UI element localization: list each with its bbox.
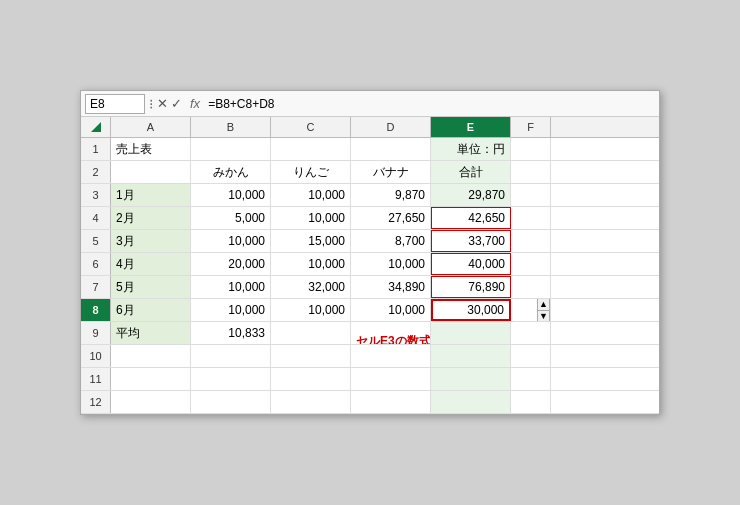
cell-d6[interactable]: 10,000 bbox=[351, 253, 431, 275]
cell-f5[interactable] bbox=[511, 230, 551, 252]
cell-b12[interactable] bbox=[191, 391, 271, 413]
cell-b6[interactable]: 20,000 bbox=[191, 253, 271, 275]
cell-d5[interactable]: 8,700 bbox=[351, 230, 431, 252]
scrollbar-mini[interactable]: ▲ ▼ bbox=[537, 299, 550, 321]
col-header-d[interactable]: D bbox=[351, 117, 431, 137]
cell-d4[interactable]: 27,650 bbox=[351, 207, 431, 229]
cell-b3[interactable]: 10,000 bbox=[191, 184, 271, 206]
cell-f3[interactable] bbox=[511, 184, 551, 206]
cell-a9[interactable]: 平均 bbox=[111, 322, 191, 344]
cell-c8[interactable]: 10,000 bbox=[271, 299, 351, 321]
cell-e4[interactable]: 42,650 bbox=[431, 207, 511, 229]
row-header-12[interactable]: 12 bbox=[81, 391, 111, 413]
cell-c5[interactable]: 15,000 bbox=[271, 230, 351, 252]
cell-b9[interactable]: 10,833 bbox=[191, 322, 271, 344]
col-header-a[interactable]: A bbox=[111, 117, 191, 137]
cell-b8[interactable]: 10,000 bbox=[191, 299, 271, 321]
cell-a4[interactable]: 2月 bbox=[111, 207, 191, 229]
formula-input[interactable]: =B8+C8+D8 bbox=[208, 97, 655, 111]
row-header-4[interactable]: 4 bbox=[81, 207, 111, 229]
row-header-5[interactable]: 5 bbox=[81, 230, 111, 252]
cell-a3[interactable]: 1月 bbox=[111, 184, 191, 206]
cell-e2[interactable]: 合計 bbox=[431, 161, 511, 183]
cell-d11[interactable] bbox=[351, 368, 431, 390]
cell-f6[interactable] bbox=[511, 253, 551, 275]
cell-d1[interactable] bbox=[351, 138, 431, 160]
scroll-up-icon[interactable]: ▲ bbox=[538, 299, 549, 311]
cell-b10[interactable] bbox=[191, 345, 271, 367]
cell-d12[interactable] bbox=[351, 391, 431, 413]
cell-e12[interactable] bbox=[431, 391, 511, 413]
cell-e7[interactable]: 76,890 bbox=[431, 276, 511, 298]
cell-f11[interactable] bbox=[511, 368, 551, 390]
cell-reference-box[interactable]: E8 bbox=[85, 94, 145, 114]
cell-b11[interactable] bbox=[191, 368, 271, 390]
row-header-1[interactable]: 1 bbox=[81, 138, 111, 160]
cell-a5[interactable]: 3月 bbox=[111, 230, 191, 252]
cell-a7[interactable]: 5月 bbox=[111, 276, 191, 298]
row-header-10[interactable]: 10 bbox=[81, 345, 111, 367]
cell-a6[interactable]: 4月 bbox=[111, 253, 191, 275]
col-header-e[interactable]: E bbox=[431, 117, 511, 137]
cell-c11[interactable] bbox=[271, 368, 351, 390]
row-header-8[interactable]: 8 bbox=[81, 299, 111, 321]
cell-c6[interactable]: 10,000 bbox=[271, 253, 351, 275]
cell-f7[interactable] bbox=[511, 276, 551, 298]
cell-e9[interactable] bbox=[431, 322, 511, 344]
row-header-9[interactable]: 9 bbox=[81, 322, 111, 344]
cell-a2[interactable] bbox=[111, 161, 191, 183]
cell-f8[interactable]: ▲ ▼ bbox=[511, 299, 551, 321]
cell-c12[interactable] bbox=[271, 391, 351, 413]
corner-cell[interactable] bbox=[81, 117, 111, 137]
col-header-c[interactable]: C bbox=[271, 117, 351, 137]
cell-d2[interactable]: バナナ bbox=[351, 161, 431, 183]
cell-f12[interactable] bbox=[511, 391, 551, 413]
cell-b4[interactable]: 5,000 bbox=[191, 207, 271, 229]
cell-c10[interactable] bbox=[271, 345, 351, 367]
col-header-b[interactable]: B bbox=[191, 117, 271, 137]
cell-f1[interactable] bbox=[511, 138, 551, 160]
row-header-2[interactable]: 2 bbox=[81, 161, 111, 183]
cell-c7[interactable]: 32,000 bbox=[271, 276, 351, 298]
cell-b2[interactable]: みかん bbox=[191, 161, 271, 183]
confirm-icon[interactable]: ✓ bbox=[171, 96, 182, 111]
cell-b1[interactable] bbox=[191, 138, 271, 160]
cell-e11[interactable] bbox=[431, 368, 511, 390]
cell-c3[interactable]: 10,000 bbox=[271, 184, 351, 206]
cell-c1[interactable] bbox=[271, 138, 351, 160]
cell-f9[interactable] bbox=[511, 322, 551, 344]
cell-a10[interactable] bbox=[111, 345, 191, 367]
row-header-3[interactable]: 3 bbox=[81, 184, 111, 206]
scroll-down-icon[interactable]: ▼ bbox=[538, 311, 549, 322]
cell-c2[interactable]: りんご bbox=[271, 161, 351, 183]
cell-f4[interactable] bbox=[511, 207, 551, 229]
cell-f2[interactable] bbox=[511, 161, 551, 183]
cell-f10[interactable] bbox=[511, 345, 551, 367]
cell-a8[interactable]: 6月 bbox=[111, 299, 191, 321]
row-header-6[interactable]: 6 bbox=[81, 253, 111, 275]
cell-e3[interactable]: 29,870 bbox=[431, 184, 511, 206]
col-header-f[interactable]: F bbox=[511, 117, 551, 137]
cell-d3[interactable]: 9,870 bbox=[351, 184, 431, 206]
cell-a12[interactable] bbox=[111, 391, 191, 413]
cell-c9[interactable] bbox=[271, 322, 351, 344]
cell-e8-active[interactable]: 30,000 bbox=[431, 299, 511, 321]
fx-label[interactable]: fx bbox=[190, 96, 200, 111]
cell-d8[interactable]: 10,000 bbox=[351, 299, 431, 321]
cell-e5[interactable]: 33,700 bbox=[431, 230, 511, 252]
cancel-icon[interactable]: ✕ bbox=[157, 96, 168, 111]
cell-d7[interactable]: 34,890 bbox=[351, 276, 431, 298]
row-header-11[interactable]: 11 bbox=[81, 368, 111, 390]
cell-e1[interactable]: 単位：円 bbox=[431, 138, 511, 160]
cell-d9[interactable]: セルE3の数式が セルE4からセルE8までコピーされる bbox=[351, 322, 431, 344]
cell-b5[interactable]: 10,000 bbox=[191, 230, 271, 252]
row-header-7[interactable]: 7 bbox=[81, 276, 111, 298]
cell-d10[interactable] bbox=[351, 345, 431, 367]
cell-e10[interactable] bbox=[431, 345, 511, 367]
cell-c4[interactable]: 10,000 bbox=[271, 207, 351, 229]
cell-b7[interactable]: 10,000 bbox=[191, 276, 271, 298]
cell-a11[interactable] bbox=[111, 368, 191, 390]
formula-bar: E8 ⁝ ✕ ✓ fx =B8+C8+D8 bbox=[81, 91, 659, 117]
cell-e6[interactable]: 40,000 bbox=[431, 253, 511, 275]
cell-a1[interactable]: 売上表 bbox=[111, 138, 191, 160]
